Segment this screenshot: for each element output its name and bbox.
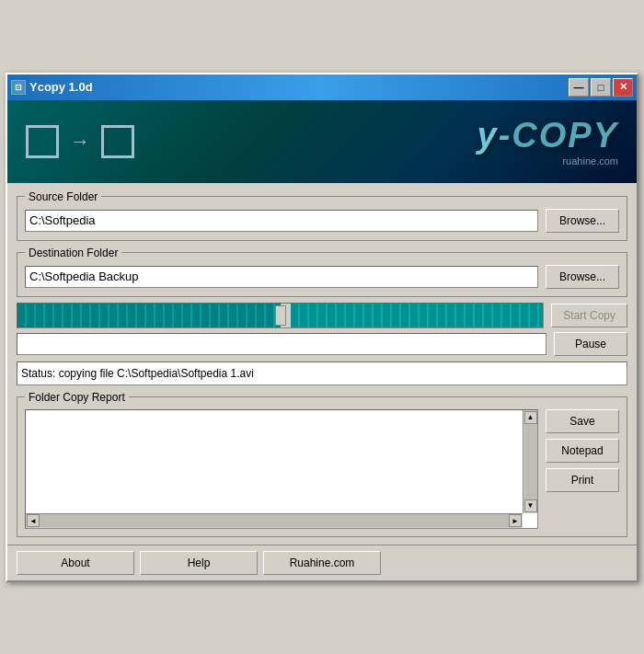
scrollbar-right-button[interactable]: ►: [509, 514, 522, 527]
main-content: Source Folder Browse... Destination Fold…: [7, 183, 637, 545]
maximize-button[interactable]: □: [591, 78, 611, 97]
ruahine-button[interactable]: Ruahine.com: [263, 551, 381, 575]
progress-text-row: Pause: [17, 332, 627, 356]
destination-folder-row: Browse...: [25, 265, 619, 289]
print-button[interactable]: Print: [546, 468, 619, 492]
banner-dest-box: [101, 125, 134, 158]
report-scrollbar-horizontal: ◄ ►: [26, 513, 523, 528]
progress-thumb: [275, 305, 286, 326]
start-copy-button[interactable]: Start Copy: [551, 304, 627, 327]
report-label: Folder Copy Report: [25, 391, 129, 404]
source-folder-group: Source Folder Browse...: [17, 190, 627, 241]
progress-bar-row: Start Copy: [17, 303, 627, 328]
banner-logo: y-COPY: [477, 116, 619, 155]
titlebar: ⊡ Ycopy 1.0d — □ ✕: [7, 75, 637, 100]
source-folder-label: Source Folder: [25, 190, 101, 203]
status-bar: Status: copying file C:\Softpedia\Softpe…: [17, 361, 627, 385]
about-button[interactable]: About: [17, 551, 134, 575]
pause-button[interactable]: Pause: [554, 332, 627, 356]
report-scrollbar-vertical: ▲ ▼: [523, 410, 537, 513]
report-textarea: ▲ ▼ ◄ ►: [25, 409, 538, 529]
status-text: Status: copying file C:\Softpedia\Softpe…: [21, 367, 254, 380]
destination-folder-input[interactable]: [25, 266, 538, 288]
progress-text-bar: [17, 333, 546, 355]
destination-browse-button[interactable]: Browse...: [546, 265, 619, 289]
source-browse-button[interactable]: Browse...: [546, 209, 619, 233]
banner-arrow-icon: →: [70, 130, 90, 154]
titlebar-left: ⊡ Ycopy 1.0d: [11, 80, 93, 95]
window-title: Ycopy 1.0d: [29, 80, 93, 94]
progress-fill-left: [17, 304, 281, 327]
titlebar-buttons: — □ ✕: [569, 78, 633, 97]
main-window: ⊡ Ycopy 1.0d — □ ✕ → y-COPY ruahine.com …: [6, 73, 638, 582]
destination-folder-group: Destination Folder Browse...: [17, 247, 627, 297]
source-folder-input[interactable]: [25, 210, 538, 232]
banner-source-box: [26, 125, 59, 158]
destination-folder-label: Destination Folder: [25, 247, 121, 259]
progress-section: Start Copy Pause: [17, 303, 627, 356]
scrollbar-left-button[interactable]: ◄: [27, 514, 40, 527]
source-folder-row: Browse...: [25, 209, 619, 233]
report-buttons: Save Notepad Print: [546, 409, 619, 492]
banner: → y-COPY ruahine.com: [7, 100, 637, 183]
scrollbar-up-button[interactable]: ▲: [524, 411, 537, 424]
minimize-button[interactable]: —: [569, 78, 589, 97]
titlebar-app-icon: ⊡: [11, 80, 26, 95]
report-row: ▲ ▼ ◄ ► Save Notepad Print: [25, 409, 619, 529]
scrollbar-v-track: [524, 424, 537, 499]
report-group: Folder Copy Report ▲ ▼ ◄ ► Save: [17, 391, 627, 537]
scrollbar-down-button[interactable]: ▼: [524, 499, 537, 512]
progress-fill-right: [291, 304, 543, 327]
banner-icon-group: →: [26, 125, 134, 158]
banner-subtitle: ruahine.com: [562, 155, 618, 166]
scrollbar-h-track: [40, 514, 509, 527]
close-button[interactable]: ✕: [613, 78, 633, 97]
progress-bar: [17, 303, 544, 328]
bottom-bar: About Help Ruahine.com: [7, 545, 637, 580]
notepad-button[interactable]: Notepad: [546, 439, 619, 463]
help-button[interactable]: Help: [140, 551, 258, 575]
save-button[interactable]: Save: [546, 409, 619, 433]
